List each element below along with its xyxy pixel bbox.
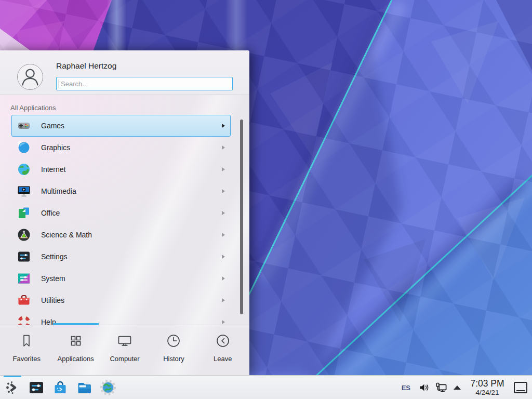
user-avatar[interactable]	[17, 64, 43, 90]
submenu-arrow-icon	[222, 276, 225, 281]
settings-icon	[17, 250, 31, 263]
category-multimedia[interactable]: Multimedia	[11, 180, 231, 202]
category-science-math[interactable]: Science & Math	[11, 224, 231, 246]
kickoff-icon[interactable]	[4, 379, 21, 396]
network-icon[interactable]	[435, 382, 447, 394]
file-manager-icon[interactable]	[76, 379, 92, 396]
expand-arrow-icon[interactable]	[454, 385, 461, 390]
launcher-header: Raphael Hertzog	[0, 50, 249, 95]
category-label: Internet	[41, 165, 65, 174]
category-office[interactable]: Office	[11, 202, 231, 224]
history-icon	[166, 333, 181, 351]
application-launcher-popup: Raphael Hertzog All Applications Games G…	[0, 50, 249, 375]
category-internet[interactable]: Internet	[11, 158, 231, 180]
clock[interactable]: 7:03 PM 4/24/21	[468, 379, 507, 396]
internet-icon	[17, 163, 31, 176]
submenu-arrow-icon	[222, 233, 225, 237]
tab-history[interactable]: History	[149, 325, 198, 375]
category-label: Settings	[41, 252, 68, 261]
category-list: Games Graphics Internet	[0, 115, 249, 325]
graphics-icon	[17, 141, 31, 154]
submenu-arrow-icon	[222, 189, 225, 193]
submenu-arrow-icon	[222, 167, 225, 171]
category-label: Games	[41, 122, 64, 130]
submenu-arrow-icon	[222, 211, 225, 215]
system-tray: ES 7:03 PM 4/24/21	[402, 376, 532, 399]
user-name: Raphael Hertzog	[56, 61, 116, 71]
multimedia-icon	[17, 184, 31, 198]
launcher-tabbar: Favorites Applications Computer History	[0, 325, 249, 375]
search-input[interactable]	[56, 77, 233, 90]
desktop: Raphael Hertzog All Applications Games G…	[0, 0, 532, 399]
science-icon	[17, 228, 31, 242]
computer-icon	[117, 333, 132, 351]
help-icon	[17, 315, 31, 325]
category-graphics[interactable]: Graphics	[11, 137, 231, 158]
category-label: Multimedia	[41, 187, 76, 195]
submenu-arrow-icon	[222, 320, 225, 324]
active-task-indicator	[4, 376, 21, 377]
tab-leave[interactable]: Leave	[198, 325, 247, 375]
games-icon	[17, 119, 31, 132]
category-label: Utilities	[41, 296, 64, 304]
submenu-arrow-icon	[222, 145, 225, 150]
show-desktop-button[interactable]	[514, 382, 527, 393]
tab-computer[interactable]: Computer	[100, 325, 149, 375]
clock-date: 4/24/21	[475, 389, 499, 396]
user-icon	[18, 64, 43, 89]
favorites-icon	[19, 333, 34, 351]
discover-icon[interactable]	[52, 379, 69, 396]
category-games[interactable]: Games	[11, 115, 231, 137]
utilities-icon	[17, 294, 31, 307]
category-system[interactable]: System	[11, 268, 231, 289]
category-label: Office	[41, 209, 60, 217]
office-icon	[17, 206, 31, 220]
category-help[interactable]: Help	[11, 311, 231, 325]
submenu-arrow-icon	[222, 255, 225, 259]
category-utilities[interactable]: Utilities	[11, 289, 231, 311]
applications-icon	[68, 333, 84, 351]
volume-icon[interactable]	[419, 382, 429, 393]
category-label: Graphics	[41, 143, 70, 152]
list-scrollbar[interactable]	[240, 119, 243, 314]
submenu-arrow-icon	[222, 298, 225, 302]
taskbar-launchers	[4, 379, 116, 396]
tab-applications[interactable]: Applications	[51, 325, 100, 375]
keyboard-layout-indicator[interactable]: ES	[402, 384, 410, 392]
submenu-arrow-icon	[222, 124, 225, 128]
section-label: All Applications	[10, 104, 56, 112]
category-label: System	[41, 274, 65, 283]
system-settings-icon[interactable]	[28, 379, 45, 396]
web-browser-icon[interactable]	[100, 379, 116, 396]
system-icon	[17, 272, 31, 285]
category-settings[interactable]: Settings	[11, 246, 231, 268]
leave-icon	[215, 333, 231, 351]
clock-time: 7:03 PM	[470, 379, 504, 388]
tab-favorites[interactable]: Favorites	[2, 325, 51, 375]
category-label: Science & Math	[41, 231, 92, 239]
taskbar-panel: ES 7:03 PM 4/24/21	[0, 375, 532, 399]
text-cursor	[59, 79, 59, 88]
